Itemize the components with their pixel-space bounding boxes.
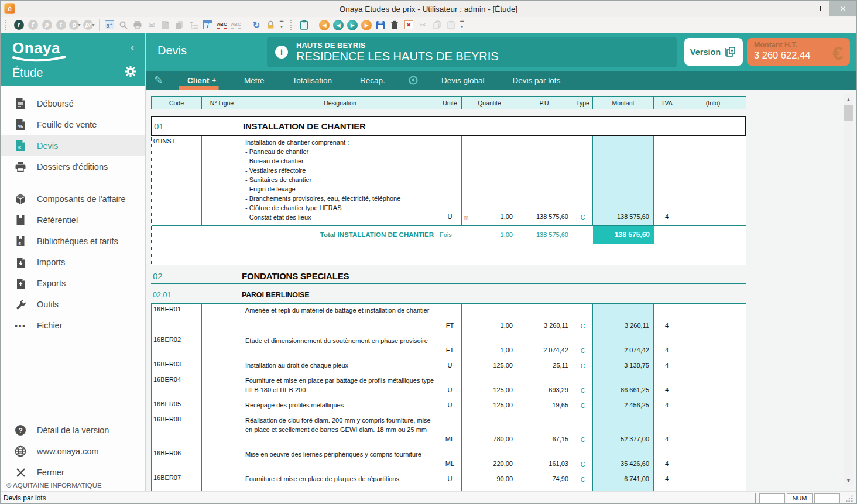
eye-icon[interactable] bbox=[407, 76, 419, 85]
cell-type[interactable]: C bbox=[573, 359, 593, 374]
cell-info[interactable] bbox=[680, 472, 746, 488]
sidebar-item-fichier[interactable]: ••• Fichier bbox=[1, 315, 145, 336]
cell-montant[interactable]: 138 575,60 bbox=[593, 136, 654, 225]
gear-icon[interactable] bbox=[124, 65, 137, 78]
cell-designation[interactable]: Fourniture et mise en place par battage … bbox=[242, 374, 438, 399]
sidebar-item-devis[interactable]: € Devis bbox=[1, 135, 145, 156]
cell-ligne[interactable] bbox=[202, 136, 242, 225]
cell-type[interactable]: C bbox=[573, 399, 593, 414]
cell-quantite[interactable]: 125,00 bbox=[462, 359, 517, 374]
cell-ligne[interactable] bbox=[202, 374, 242, 399]
pdf-export-icon[interactable] bbox=[159, 19, 172, 32]
version-button[interactable]: Version bbox=[684, 38, 743, 66]
spellcheck-icon[interactable]: ABC bbox=[215, 19, 228, 32]
cut-icon[interactable]: ✂ bbox=[416, 19, 429, 32]
tab-totalisation[interactable]: Totalisation bbox=[279, 71, 347, 90]
sidebar-item-outils[interactable]: Outils bbox=[1, 294, 145, 315]
cell-pu[interactable]: 2 074,42 bbox=[517, 334, 573, 359]
collapse-sidebar-icon[interactable]: ‹ bbox=[131, 40, 135, 54]
info-icon[interactable]: i bbox=[275, 46, 288, 59]
cell-ligne[interactable] bbox=[202, 304, 242, 334]
cell-type[interactable]: C bbox=[573, 136, 593, 225]
tab-metre[interactable]: Métré bbox=[230, 71, 279, 90]
tab-client[interactable]: Client + bbox=[173, 71, 230, 90]
cell-type[interactable]: C bbox=[573, 472, 593, 488]
cell-code[interactable]: 16BER04 bbox=[152, 374, 202, 399]
cell-unite[interactable]: U bbox=[438, 359, 462, 374]
scroll-down-icon[interactable]: ▼ bbox=[844, 475, 853, 485]
cell-ligne[interactable] bbox=[202, 472, 242, 488]
cell-designation[interactable]: Installation au droit de chaque pieux bbox=[242, 359, 438, 374]
sidebar-item-referentiel[interactable]: Référentiel bbox=[1, 210, 145, 231]
trash-icon[interactable] bbox=[388, 19, 401, 32]
cell-quantite[interactable]: 125,00 bbox=[462, 374, 517, 399]
cell-pu[interactable]: 161,03 bbox=[517, 448, 573, 472]
print-icon[interactable] bbox=[131, 19, 144, 32]
section-row-01[interactable]: 01 INSTALLATION DE CHANTIER bbox=[151, 116, 746, 136]
cell-tva[interactable]: 4 bbox=[654, 374, 680, 399]
minimize-button[interactable]: — bbox=[783, 1, 806, 16]
tree-view-icon[interactable] bbox=[187, 19, 200, 32]
cell-code[interactable]: 16BER02 bbox=[152, 334, 202, 359]
cell-tva[interactable]: 4 bbox=[654, 414, 680, 448]
cell-montant[interactable]: 35 426,60 bbox=[593, 448, 654, 472]
cell-tva[interactable]: 4 bbox=[654, 448, 680, 472]
tab-plus-icon[interactable]: + bbox=[212, 77, 216, 84]
cell-quantite[interactable]: 220,00 bbox=[462, 448, 517, 472]
sidebar-item-feuille-de-vente[interactable]: % Feuille de vente bbox=[1, 114, 145, 135]
toolbar-grip[interactable] bbox=[290, 20, 293, 30]
cell-info[interactable] bbox=[680, 304, 746, 334]
cell-pu[interactable]: 3 260,11 bbox=[517, 304, 573, 334]
cell-code[interactable]: 16BER08 bbox=[152, 414, 202, 448]
sidebar-item-bibliotheques[interactable]: € Bibliothèques et tarifs bbox=[1, 231, 145, 252]
rename-window-icon[interactable]: a⁺ bbox=[103, 19, 116, 32]
cell-tva[interactable]: 4 bbox=[654, 304, 680, 334]
cell-unite[interactable]: U bbox=[438, 472, 462, 488]
toolbar-overflow[interactable]: ▔▾ bbox=[280, 22, 283, 28]
sidebar-item-fermer[interactable]: Fermer bbox=[1, 462, 145, 483]
cell-tva[interactable]: 4 bbox=[654, 399, 680, 414]
section-row-02-01[interactable]: 02.01 PAROI BERLINOISE bbox=[151, 289, 746, 301]
cell-info[interactable] bbox=[680, 448, 746, 472]
cell-quantite[interactable]: 90,00 bbox=[462, 472, 517, 488]
toolbar-grip[interactable] bbox=[5, 20, 8, 30]
cell-info[interactable] bbox=[680, 334, 746, 359]
save-icon[interactable] bbox=[374, 19, 387, 32]
cell-designation[interactable]: Amenée et repli du matériel de battage e… bbox=[242, 304, 438, 334]
cell-code[interactable]: 16BER07 bbox=[152, 472, 202, 488]
cell-info[interactable] bbox=[680, 374, 746, 399]
r-circle-icon[interactable]: r bbox=[12, 19, 25, 32]
edit-pencil-icon[interactable]: ✎ bbox=[154, 74, 163, 87]
cell-quantite[interactable]: 1,00 bbox=[462, 334, 517, 359]
close-button[interactable]: ✕ bbox=[829, 1, 856, 16]
nav-next-icon[interactable]: ▶ bbox=[346, 19, 359, 32]
cell-montant[interactable]: 6 741,00 bbox=[593, 472, 654, 488]
cell-pu[interactable]: 693,29 bbox=[517, 374, 573, 399]
p-circle-icon[interactable]: p bbox=[40, 19, 53, 32]
refresh-icon[interactable]: ↻ bbox=[250, 19, 263, 32]
cell-ligne[interactable] bbox=[202, 334, 242, 359]
section-row-02[interactable]: 02 FONDATIONS SPECIALES bbox=[151, 269, 746, 284]
cell-info[interactable] bbox=[680, 399, 746, 414]
cell-montant[interactable]: 2 074,42 bbox=[593, 334, 654, 359]
resize-grip[interactable] bbox=[845, 495, 853, 502]
cell-quantite[interactable]: m1,00 bbox=[462, 136, 517, 225]
tab-recap[interactable]: Récap. bbox=[346, 71, 399, 90]
cell-unite[interactable]: U bbox=[438, 136, 462, 225]
cell-quantite[interactable]: 125,00 bbox=[462, 399, 517, 414]
cell-designation[interactable]: Etude et dimensionnement du soutènement … bbox=[242, 334, 438, 359]
cell-unite[interactable]: FT bbox=[438, 304, 462, 334]
pr-dropdown-icon[interactable]: pr▾ bbox=[83, 19, 95, 32]
cell-unite[interactable]: ML bbox=[438, 414, 462, 448]
cell-info[interactable] bbox=[680, 414, 746, 448]
cell-montant[interactable]: 86 661,25 bbox=[593, 374, 654, 399]
cell-type[interactable]: C bbox=[573, 374, 593, 399]
cell-code[interactable]: 01INST bbox=[152, 136, 202, 225]
sidebar-item-exports[interactable]: Exports bbox=[1, 273, 145, 294]
sidebar-item-detail-version[interactable]: ? Détail de la version bbox=[1, 420, 145, 441]
cell-designation[interactable]: Mise en oeuvre des liernes périphériques… bbox=[242, 448, 438, 472]
cell-tva[interactable]: 4 bbox=[654, 334, 680, 359]
cell-tva[interactable]: 4 bbox=[654, 472, 680, 488]
duplicate-page-icon[interactable] bbox=[173, 19, 186, 32]
cell-designation[interactable]: Installation de chantier comprenant : - … bbox=[242, 136, 438, 225]
